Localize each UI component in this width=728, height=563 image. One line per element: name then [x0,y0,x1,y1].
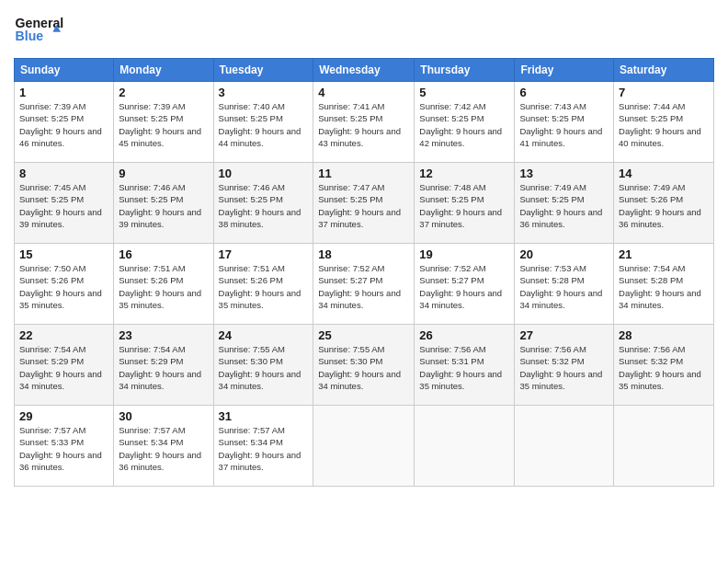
day-info: Sunrise: 7:51 AMSunset: 5:26 PMDaylight:… [219,262,309,311]
day-number: 22 [19,328,108,342]
calendar-week-4: 22Sunrise: 7:54 AMSunset: 5:29 PMDayligh… [15,325,714,406]
calendar-cell: 16Sunrise: 7:51 AMSunset: 5:26 PMDayligh… [114,244,213,325]
day-info: Sunrise: 7:54 AMSunset: 5:29 PMDaylight:… [19,343,108,392]
calendar-cell: 19Sunrise: 7:52 AMSunset: 5:27 PMDayligh… [415,244,515,325]
day-info: Sunrise: 7:57 AMSunset: 5:33 PMDaylight:… [19,424,108,473]
day-number: 18 [318,247,409,261]
day-info: Sunrise: 7:46 AMSunset: 5:25 PMDaylight:… [119,181,208,230]
calendar-body: 1Sunrise: 7:39 AMSunset: 5:25 PMDaylight… [15,82,714,487]
day-info: Sunrise: 7:56 AMSunset: 5:32 PMDaylight:… [619,343,709,392]
day-info: Sunrise: 7:57 AMSunset: 5:34 PMDaylight:… [119,424,208,473]
day-info: Sunrise: 7:52 AMSunset: 5:27 PMDaylight:… [419,262,509,311]
day-info: Sunrise: 7:48 AMSunset: 5:25 PMDaylight:… [419,181,509,230]
day-info: Sunrise: 7:55 AMSunset: 5:30 PMDaylight:… [219,343,309,392]
calendar-cell: 2Sunrise: 7:39 AMSunset: 5:25 PMDaylight… [114,82,213,163]
calendar-cell: 18Sunrise: 7:52 AMSunset: 5:27 PMDayligh… [313,244,415,325]
calendar-cell: 6Sunrise: 7:43 AMSunset: 5:25 PMDaylight… [515,82,614,163]
day-number: 3 [219,86,309,99]
day-info: Sunrise: 7:49 AMSunset: 5:25 PMDaylight:… [519,181,609,230]
day-number: 8 [19,167,108,180]
calendar-cell: 30Sunrise: 7:57 AMSunset: 5:34 PMDayligh… [114,406,213,487]
day-number: 24 [219,328,309,342]
day-info: Sunrise: 7:41 AMSunset: 5:25 PMDaylight:… [318,100,409,149]
day-number: 6 [519,86,609,99]
calendar-cell: 25Sunrise: 7:55 AMSunset: 5:30 PMDayligh… [313,325,415,406]
day-number: 19 [419,247,509,261]
page: General Blue SundayMondayTuesdayWednesda… [0,0,728,563]
day-info: Sunrise: 7:54 AMSunset: 5:29 PMDaylight:… [119,343,208,392]
day-number: 16 [119,247,208,261]
day-number: 21 [619,247,709,261]
calendar-cell: 22Sunrise: 7:54 AMSunset: 5:29 PMDayligh… [15,325,114,406]
day-number: 15 [19,247,108,261]
svg-text:Blue: Blue [16,29,44,43]
calendar-cell: 8Sunrise: 7:45 AMSunset: 5:25 PMDaylight… [15,163,114,244]
day-number: 9 [119,167,208,180]
calendar-cell: 3Sunrise: 7:40 AMSunset: 5:25 PMDaylight… [213,82,313,163]
day-number: 14 [619,167,709,180]
day-info: Sunrise: 7:44 AMSunset: 5:25 PMDaylight:… [619,100,709,149]
calendar-cell: 17Sunrise: 7:51 AMSunset: 5:26 PMDayligh… [213,244,313,325]
calendar-cell: 28Sunrise: 7:56 AMSunset: 5:32 PMDayligh… [614,325,714,406]
calendar-cell: 14Sunrise: 7:49 AMSunset: 5:26 PMDayligh… [614,163,714,244]
calendar-week-2: 8Sunrise: 7:45 AMSunset: 5:25 PMDaylight… [15,163,714,244]
weekday-header-monday: Monday [114,59,213,82]
calendar-cell: 15Sunrise: 7:50 AMSunset: 5:26 PMDayligh… [15,244,114,325]
day-info: Sunrise: 7:56 AMSunset: 5:31 PMDaylight:… [419,343,509,392]
day-number: 25 [318,328,409,342]
weekday-header-wednesday: Wednesday [313,59,415,82]
calendar-week-1: 1Sunrise: 7:39 AMSunset: 5:25 PMDaylight… [15,82,714,163]
day-info: Sunrise: 7:42 AMSunset: 5:25 PMDaylight:… [419,100,509,149]
header: General Blue [14,9,714,51]
day-number: 17 [219,247,309,261]
day-number: 10 [219,167,309,180]
day-info: Sunrise: 7:56 AMSunset: 5:32 PMDaylight:… [519,343,609,392]
calendar-header: SundayMondayTuesdayWednesdayThursdayFrid… [15,59,714,82]
calendar-cell [614,406,714,487]
day-info: Sunrise: 7:55 AMSunset: 5:30 PMDaylight:… [318,343,409,392]
day-number: 29 [19,409,108,423]
day-info: Sunrise: 7:52 AMSunset: 5:27 PMDaylight:… [318,262,409,311]
day-info: Sunrise: 7:47 AMSunset: 5:25 PMDaylight:… [318,181,409,230]
calendar-cell: 26Sunrise: 7:56 AMSunset: 5:31 PMDayligh… [415,325,515,406]
day-number: 13 [519,167,609,180]
calendar-cell [415,406,515,487]
calendar-cell: 27Sunrise: 7:56 AMSunset: 5:32 PMDayligh… [515,325,614,406]
day-number: 30 [119,409,208,423]
day-number: 23 [119,328,208,342]
day-number: 7 [619,86,709,99]
calendar-cell: 24Sunrise: 7:55 AMSunset: 5:30 PMDayligh… [213,325,313,406]
calendar-cell: 21Sunrise: 7:54 AMSunset: 5:28 PMDayligh… [614,244,714,325]
logo: General Blue [14,9,64,51]
day-info: Sunrise: 7:46 AMSunset: 5:25 PMDaylight:… [219,181,309,230]
day-number: 1 [19,86,108,99]
weekday-header-tuesday: Tuesday [213,59,313,82]
weekday-header-sunday: Sunday [15,59,114,82]
day-info: Sunrise: 7:53 AMSunset: 5:28 PMDaylight:… [519,262,609,311]
calendar-cell [515,406,614,487]
day-number: 12 [419,167,509,180]
day-info: Sunrise: 7:39 AMSunset: 5:25 PMDaylight:… [19,100,108,149]
weekday-header-friday: Friday [515,59,614,82]
calendar-cell: 10Sunrise: 7:46 AMSunset: 5:25 PMDayligh… [213,163,313,244]
calendar-cell: 13Sunrise: 7:49 AMSunset: 5:25 PMDayligh… [515,163,614,244]
calendar-cell: 23Sunrise: 7:54 AMSunset: 5:29 PMDayligh… [114,325,213,406]
day-number: 20 [519,247,609,261]
calendar-cell [313,406,415,487]
calendar-cell: 12Sunrise: 7:48 AMSunset: 5:25 PMDayligh… [415,163,515,244]
day-number: 26 [419,328,509,342]
calendar-week-5: 29Sunrise: 7:57 AMSunset: 5:33 PMDayligh… [15,406,714,487]
calendar-cell: 31Sunrise: 7:57 AMSunset: 5:34 PMDayligh… [213,406,313,487]
day-info: Sunrise: 7:51 AMSunset: 5:26 PMDaylight:… [119,262,208,311]
calendar-cell: 4Sunrise: 7:41 AMSunset: 5:25 PMDaylight… [313,82,415,163]
calendar-cell: 11Sunrise: 7:47 AMSunset: 5:25 PMDayligh… [313,163,415,244]
day-info: Sunrise: 7:39 AMSunset: 5:25 PMDaylight:… [119,100,208,149]
calendar-week-3: 15Sunrise: 7:50 AMSunset: 5:26 PMDayligh… [15,244,714,325]
day-number: 27 [519,328,609,342]
calendar-cell: 29Sunrise: 7:57 AMSunset: 5:33 PMDayligh… [15,406,114,487]
day-number: 5 [419,86,509,99]
calendar-cell: 20Sunrise: 7:53 AMSunset: 5:28 PMDayligh… [515,244,614,325]
logo-svg: General Blue [14,9,64,51]
calendar-cell: 1Sunrise: 7:39 AMSunset: 5:25 PMDaylight… [15,82,114,163]
day-number: 11 [318,167,409,180]
